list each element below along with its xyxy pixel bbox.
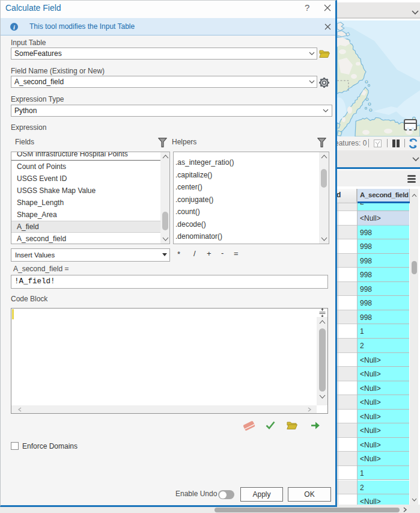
svg-text:i: i [13, 24, 15, 31]
